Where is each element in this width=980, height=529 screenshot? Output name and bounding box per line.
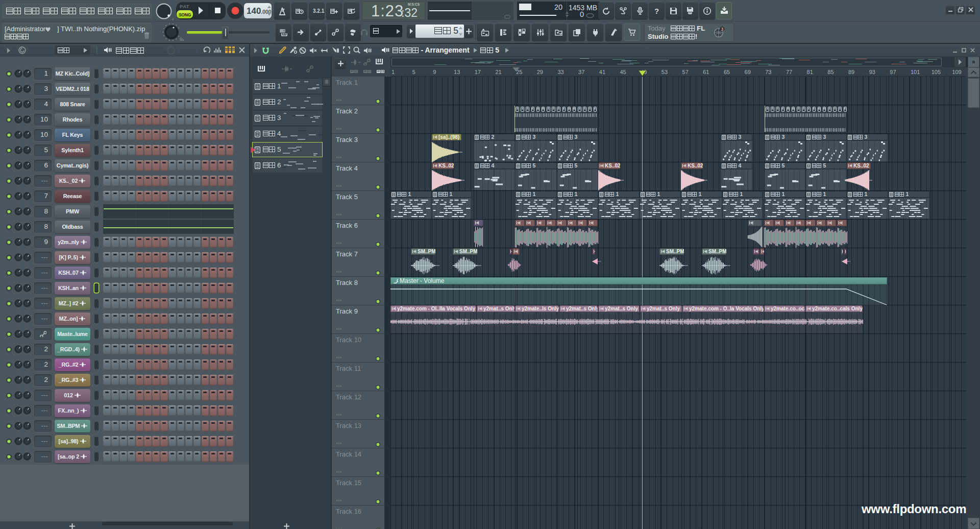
svg-text:3: 3 <box>721 27 724 32</box>
svg-text:?: ? <box>654 7 659 15</box>
svg-text:3.2.1: 3.2.1 <box>313 8 325 14</box>
